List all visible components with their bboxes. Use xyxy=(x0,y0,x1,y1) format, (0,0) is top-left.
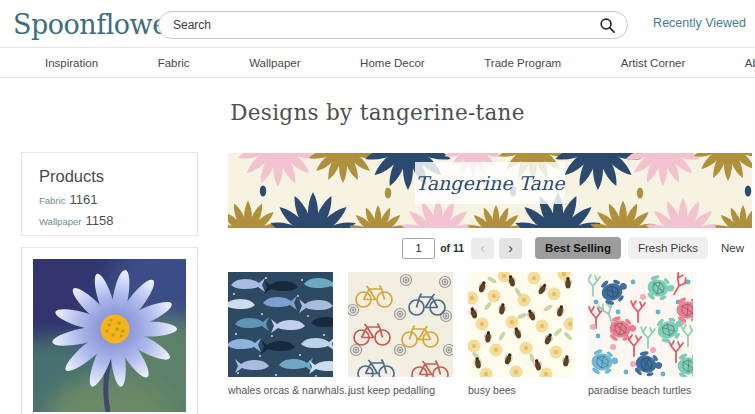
design-title-pedalling[interactable]: just keep pedalling xyxy=(348,384,453,396)
design-title-bees[interactable]: busy bees xyxy=(468,384,573,396)
filter-wallpaper-label: Wallpaper xyxy=(39,216,81,227)
whales-thumbnail[interactable] xyxy=(228,272,333,377)
filter-fabric-count: 1161 xyxy=(69,192,97,207)
search-input[interactable] xyxy=(173,12,593,38)
pedalling-thumbnail[interactable] xyxy=(348,272,453,377)
design-card-whales[interactable]: whales orcas & narwhals... xyxy=(228,272,333,396)
design-card-bees[interactable]: busy bees xyxy=(468,272,573,396)
page-number-input[interactable] xyxy=(402,238,435,259)
shop-banner: Tangerine Tane xyxy=(228,153,752,228)
turtles-thumbnail[interactable] xyxy=(588,272,693,377)
bees-thumbnail[interactable] xyxy=(468,272,573,377)
filter-fabric-label: Fabric xyxy=(39,195,65,206)
nav-item-home-decor[interactable]: Home Decor xyxy=(360,57,425,69)
tab-fresh-picks[interactable]: Fresh Picks xyxy=(628,237,708,259)
shop-name-label: Tangerine Tane xyxy=(415,162,565,204)
filter-fabric[interactable]: Fabric1161 xyxy=(39,192,197,207)
products-filter-card: Products Fabric1161 Wallpaper1158 xyxy=(21,152,198,236)
nav-item-about[interactable]: About xyxy=(745,57,755,69)
controls-row: of 11 ‹ › Best Selling Fresh Picks New xyxy=(228,236,754,260)
tab-new[interactable]: New xyxy=(711,237,754,259)
filter-wallpaper[interactable]: Wallpaper1158 xyxy=(39,213,197,228)
featured-design-card[interactable] xyxy=(21,247,198,414)
prev-page-button[interactable]: ‹ xyxy=(471,238,494,259)
next-page-button[interactable]: › xyxy=(499,238,522,259)
spoonflower-logo[interactable]: Spoonflower xyxy=(13,9,180,40)
nav-item-inspiration[interactable]: Inspiration xyxy=(45,57,98,69)
nav-item-wallpaper[interactable]: Wallpaper xyxy=(249,57,300,69)
tab-best-selling[interactable]: Best Selling xyxy=(535,237,621,259)
design-grid: whales orcas & narwhals... xyxy=(228,272,693,396)
main-nav: Inspiration Fabric Wallpaper Home Decor … xyxy=(0,47,755,78)
design-card-pedalling[interactable]: just keep pedalling xyxy=(348,272,453,396)
search-icon[interactable] xyxy=(599,17,616,34)
spoonflower-designs-page: Spoonflower Recently Viewed Inspiration … xyxy=(0,0,755,414)
search-bar[interactable] xyxy=(158,11,628,39)
page-title: Designs by tangerine-tane xyxy=(0,100,755,125)
blue-daisy-image xyxy=(33,259,186,412)
turtles-pattern-image xyxy=(588,272,693,377)
recently-viewed-link[interactable]: Recently Viewed xyxy=(653,16,746,30)
nav-item-artist-corner[interactable]: Artist Corner xyxy=(621,57,686,69)
bees-pattern-image xyxy=(468,272,573,377)
nav-item-fabric[interactable]: Fabric xyxy=(158,57,190,69)
whales-pattern-image xyxy=(228,272,333,377)
bicycles-pattern-image xyxy=(348,272,453,377)
design-title-whales[interactable]: whales orcas & narwhals... xyxy=(228,384,333,396)
filter-wallpaper-count: 1158 xyxy=(85,213,113,228)
design-card-turtles[interactable]: paradise beach turtles xyxy=(588,272,693,396)
page-count-label: of 11 xyxy=(440,242,464,254)
products-heading: Products xyxy=(39,167,197,186)
design-title-turtles[interactable]: paradise beach turtles xyxy=(588,384,693,396)
nav-item-trade-program[interactable]: Trade Program xyxy=(484,57,561,69)
